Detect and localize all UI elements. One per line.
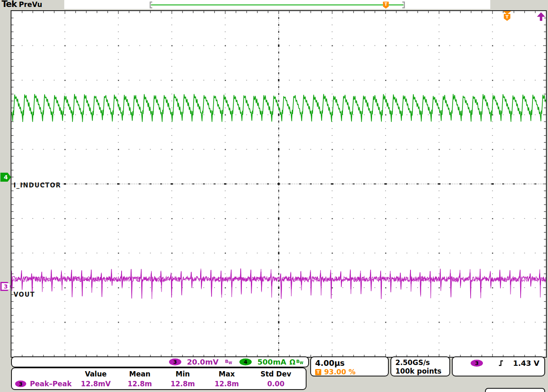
- measurement-min: 12.8m: [161, 380, 204, 388]
- ch3-badge: 3: [169, 358, 181, 365]
- record-view-bar: T: [149, 1, 405, 9]
- col-header-value: Value: [73, 370, 118, 378]
- acquisition-readout-panel: 2.50GS/s 100k points: [390, 356, 450, 376]
- measurement-row: 3 Peak–Peak 12.8mV 12.8m 12.8m 12.8m 0.0…: [12, 379, 306, 389]
- measurement-stddev: 0.00: [249, 380, 302, 388]
- top-status-strip: Tek PreVu T: [0, 0, 548, 9]
- ch4-impedance-icon: Ω: [289, 358, 295, 366]
- col-header-min: Min: [161, 370, 204, 378]
- measurement-header-row: Value Mean Min Max Std Dev: [12, 369, 306, 379]
- measurement-name: Peak–Peak: [30, 380, 72, 388]
- record-trigger-position-flag: T: [383, 2, 389, 9]
- record-length: 100k points: [395, 367, 445, 376]
- ch4-position-marker: 4: [0, 173, 11, 182]
- measurement-value: 12.8mV: [73, 380, 118, 388]
- ch4-bandwidth-limit-icon: BW: [296, 359, 303, 365]
- trigger-source-badge: 3: [471, 360, 483, 367]
- ch3-bandwidth-limit-icon: BW: [225, 359, 232, 365]
- trigger-flag-letter: T: [384, 2, 387, 7]
- trigger-level-readout: 1.43 V: [513, 359, 539, 367]
- waveform-display: [11, 11, 546, 357]
- trigger-position-percent: 93.00 %: [324, 368, 356, 376]
- measurement-source-badge: 3: [15, 381, 26, 387]
- trigger-position-letter: T: [505, 14, 509, 20]
- col-header-mean: Mean: [118, 370, 161, 378]
- ch4-waveform-label: I_INDUCTOR: [14, 182, 61, 189]
- ch4-badge: 4: [239, 358, 252, 365]
- graticule: I_INDUCTOR VOUT T: [11, 10, 547, 358]
- measurement-panel: Value Mean Min Max Std Dev 3 Peak–Peak 1…: [11, 367, 307, 390]
- timebase-scale: 4.00µs: [315, 358, 384, 367]
- col-header-max: Max: [204, 370, 249, 378]
- trigger-readout-panel: 3 1.43 V: [452, 356, 545, 376]
- measurement-mean: 12.8m: [118, 380, 161, 388]
- sample-rate: 2.50GS/s: [395, 358, 445, 367]
- trigger-position-marker: T: [501, 11, 513, 21]
- acquisition-mode-label: PreVu: [19, 0, 42, 9]
- ch4-scale-readout: 500mA: [257, 358, 286, 366]
- ch3-scale-readout: 20.0mV: [187, 358, 219, 366]
- brand-logo: Tek: [2, 0, 17, 9]
- partial-panel-bottom-right: [485, 388, 545, 392]
- timebase-readout-panel: 4.00µs T 93.00 %: [310, 356, 389, 376]
- ch3-trigger-level-offscale-arrow: [537, 12, 546, 21]
- col-header-stddev: Std Dev: [249, 370, 302, 378]
- ch3-position-marker: 3: [0, 282, 11, 291]
- channel-scale-readout-panel: 3 20.0mV BW 4 500mA Ω BW: [11, 356, 309, 367]
- rising-edge-icon: [498, 360, 505, 367]
- trigger-position-arrow: [503, 11, 511, 14]
- trigger-position-icon: T: [315, 369, 321, 375]
- ch3-waveform-label: VOUT: [14, 291, 35, 298]
- measurement-max: 12.8m: [204, 380, 249, 388]
